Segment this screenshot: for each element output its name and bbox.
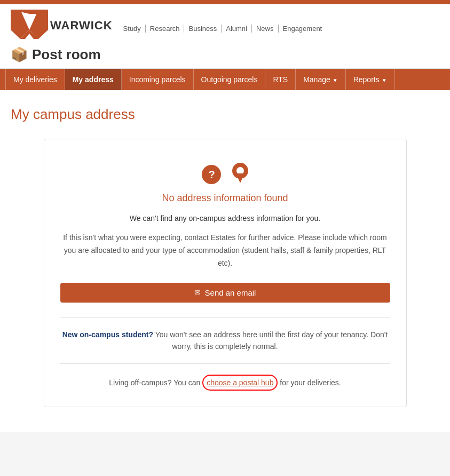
postroom-title-area: 📦 Post room (0, 44, 450, 68)
nav-reports[interactable]: Reports▼ (346, 69, 395, 90)
address-card: ? No address information found We can't … (44, 139, 407, 407)
main-info-text: We can't find any on-campus address info… (60, 212, 390, 224)
header-top: WARWICK Study Research Business Alumni N… (0, 4, 450, 44)
nav-rts[interactable]: RTS (265, 69, 296, 90)
warwick-logo[interactable] (11, 10, 48, 41)
nav-incoming-parcels[interactable]: Incoming parcels (122, 69, 194, 90)
secondary-info-text: If this isn't what you were expecting, c… (60, 232, 390, 269)
page-title: My campus address (11, 106, 439, 123)
nav-engagement[interactable]: Engagement (279, 25, 327, 33)
svg-point-5 (236, 167, 244, 174)
svg-marker-6 (236, 173, 244, 183)
location-icon (232, 163, 248, 183)
nav-research[interactable]: Research (146, 25, 185, 33)
manage-dropdown-arrow: ▼ (333, 77, 338, 83)
nav-news[interactable]: News (252, 25, 279, 33)
send-email-label: Send an email (205, 288, 256, 297)
question-icon: ? (202, 165, 221, 184)
nav-outgoing-parcels[interactable]: Outgoing parcels (194, 69, 266, 90)
new-student-section: New on-campus student? You won't see an … (60, 329, 390, 364)
box-icon: 📦 (11, 46, 28, 63)
brand-name: WARWICK (50, 19, 113, 33)
email-icon: ✉ (194, 288, 201, 297)
new-student-text: You won't see an address here until the … (153, 330, 388, 351)
send-email-button[interactable]: ✉ Send an email (60, 283, 390, 303)
off-campus-text2: for your deliveries. (278, 378, 341, 387)
nav-my-address[interactable]: My address (65, 69, 122, 90)
page-content: My campus address ? No address informati… (0, 90, 450, 432)
off-campus-bold: Living off-campus? (109, 378, 171, 387)
nav-alumni[interactable]: Alumni (222, 25, 252, 33)
off-campus-section: Living off-campus? You can choose a post… (60, 375, 390, 391)
divider-1 (60, 318, 390, 318)
header: WARWICK Study Research Business Alumni N… (0, 4, 450, 69)
new-student-bold: New on-campus student? (62, 330, 153, 339)
nav-manage[interactable]: Manage▼ (296, 69, 346, 90)
card-icons: ? (60, 161, 390, 184)
no-address-title: No address information found (60, 193, 390, 204)
warwick-brand: WARWICK Study Research Business Alumni N… (50, 19, 326, 33)
nav-business[interactable]: Business (184, 25, 222, 33)
top-bar (0, 0, 450, 4)
nav-study[interactable]: Study (119, 25, 146, 33)
top-nav: Study Research Business Alumni News Enga… (119, 25, 327, 33)
reports-dropdown-arrow: ▼ (382, 77, 387, 83)
nav-my-deliveries[interactable]: My deliveries (5, 69, 65, 90)
off-campus-text1: You can (172, 378, 203, 387)
choose-postal-hub-link[interactable]: choose a postal hub (202, 375, 278, 391)
main-nav: My deliveries My address Incoming parcel… (0, 69, 450, 90)
postroom-heading: Post room (32, 46, 101, 63)
